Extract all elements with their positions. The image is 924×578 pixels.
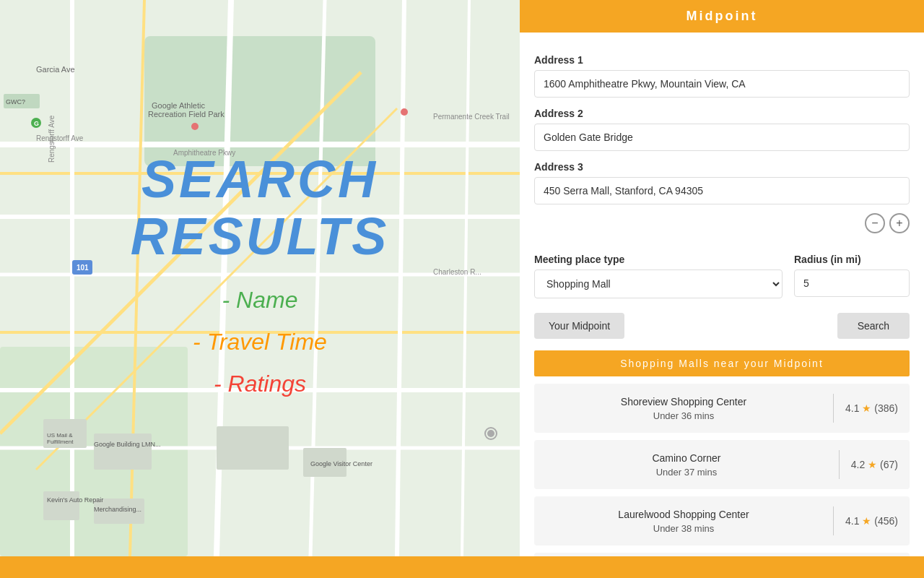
panel-body: Address 1 Address 2 Address 3 − + Meetin… [520,33,924,556]
svg-text:Rengstorff Ave: Rengstorff Ave [36,134,84,142]
svg-text:101: 101 [77,264,89,272]
svg-rect-27 [94,434,152,470]
svg-text:Google Building LMN...: Google Building LMN... [94,441,161,448]
meeting-place-select[interactable]: Shopping Mall [534,269,783,298]
svg-text:US Mail &: US Mail & [47,432,73,439]
radius-group: Radius (in mi) [794,243,910,297]
radius-input[interactable] [794,269,910,297]
right-panel: Midpoint Address 1 Address 2 Address 3 −… [520,0,924,556]
subtitle-ratings: - Ratings [130,363,390,405]
subtitle-travel: - Travel Time [130,322,390,363]
star-icon-2: ★ [862,515,871,527]
svg-point-25 [401,108,408,116]
result-info-1: Camino Corner Under 37 mins [546,452,827,478]
result-divider-0 [833,394,834,423]
svg-text:GWC?: GWC? [6,98,25,105]
remove-address-button[interactable]: − [865,213,885,233]
result-name-2: Laurelwood Shopping Center [546,509,821,520]
add-address-button[interactable]: + [889,213,910,233]
svg-text:Garcia Ave: Garcia Ave [36,65,75,74]
address2-input[interactable] [534,124,910,151]
map-background: Google Athletic Recreation Field Park Am… [0,0,520,556]
result-info-2: Laurelwood Shopping Center Under 38 mins [546,509,821,534]
result-item-2: Laurelwood Shopping Center Under 38 mins… [534,496,910,545]
result-rating-2: 4.1 ★ (456) [845,515,898,527]
svg-rect-30 [43,491,79,520]
meeting-place-group: Meeting place type Shopping Mall [534,243,783,298]
result-item-0: Shoreview Shopping Center Under 36 mins … [534,384,910,433]
svg-text:G: G [34,120,39,127]
action-row: Your Midpoint Search [534,313,910,339]
address1-label: Address 1 [534,54,910,66]
result-name-0: Shoreview Shopping Center [546,396,821,407]
svg-text:Google Athletic: Google Athletic [152,101,205,110]
result-time-1: Under 37 mins [546,467,827,478]
address1-input[interactable] [534,70,910,98]
result-rating-0: 4.1 ★ (386) [845,402,898,414]
svg-text:Google Visitor Center: Google Visitor Center [310,460,372,467]
form-row-meeting: Meeting place type Shopping Mall Radius … [534,243,910,298]
bottom-bar [0,556,924,578]
search-button[interactable]: Search [837,313,910,339]
your-midpoint-button[interactable]: Your Midpoint [534,313,624,339]
overlay-text: SEARCH RESULTS - Name - Travel Time - Ra… [130,151,390,405]
address2-label: Address 2 [534,108,910,119]
add-remove-row: − + [534,213,910,233]
result-rating-1: 4.2 ★ (67) [851,459,898,470]
result-divider-2 [833,506,834,535]
svg-text:Merchandising...: Merchandising... [94,506,141,513]
svg-text:Permanente Creek Trail: Permanente Creek Trail [433,113,510,121]
svg-text:Fulfillment: Fulfillment [47,439,74,445]
search-results-subtitle: - Name - Travel Time - Ratings [130,280,390,405]
results-header: Shopping Malls near your Midpoint [534,350,910,376]
address3-input[interactable] [534,177,910,204]
result-divider-1 [839,450,840,479]
star-icon-0: ★ [862,402,871,414]
svg-point-47 [487,430,494,437]
address3-label: Address 3 [534,161,910,173]
svg-text:Rengstorff Ave: Rengstorff Ave [48,115,56,163]
result-time-2: Under 38 mins [546,523,821,534]
result-item-1: Camino Corner Under 37 mins 4.2 ★ (67) [534,440,910,489]
svg-text:Kevin's Auto Repair: Kevin's Auto Repair [47,496,103,504]
search-results-title: SEARCH RESULTS [130,151,390,265]
panel-header: Midpoint [520,0,924,33]
svg-text:Recreation Field Park: Recreation Field Park [148,110,225,118]
svg-text:Charleston R...: Charleston R... [433,268,481,276]
radius-label: Radius (in mi) [794,254,910,265]
subtitle-name: - Name [130,280,390,322]
result-name-1: Camino Corner [546,452,827,464]
meeting-place-label: Meeting place type [534,254,783,265]
star-icon-1: ★ [868,459,877,470]
result-info-0: Shoreview Shopping Center Under 36 mins [546,396,821,421]
svg-rect-28 [217,426,289,470]
svg-point-20 [191,123,199,130]
result-time-0: Under 36 mins [546,410,821,421]
